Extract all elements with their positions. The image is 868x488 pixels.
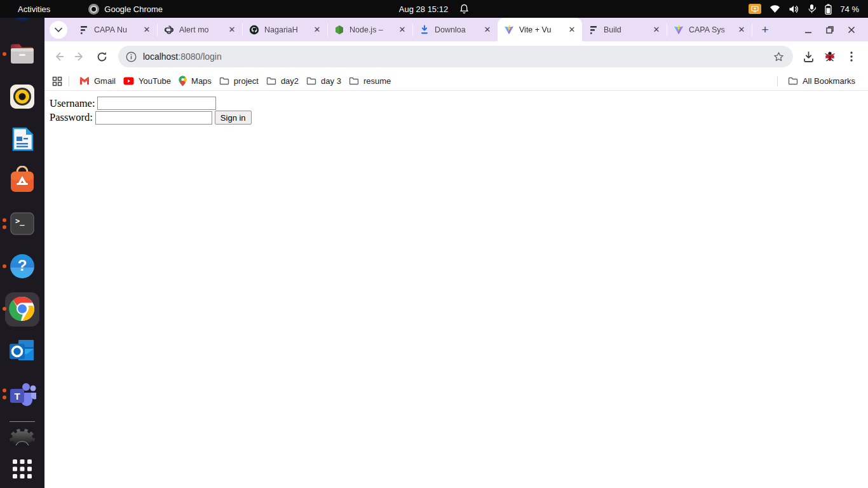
running-dot [3, 219, 6, 222]
focused-app-indicator[interactable]: Google Chrome [88, 4, 163, 15]
bookmark-label: day2 [281, 76, 299, 86]
tab-nagariah[interactable]: NagariaH ✕ [243, 18, 327, 41]
running-dot [3, 388, 6, 392]
screen-share-indicator-icon[interactable] [749, 4, 761, 14]
tab-close-icon[interactable]: ✕ [482, 25, 492, 35]
bookmark-label: YouTube [139, 76, 171, 86]
window-close-button[interactable] [845, 24, 858, 36]
url-rest: :8080/login [178, 51, 222, 62]
battery-percent[interactable]: 74 % [840, 4, 859, 14]
tab-capa-sys[interactable]: CAPA Sys ✕ [667, 18, 752, 41]
dock-item-outlook[interactable] [0, 334, 44, 369]
bookmark-folder-day3[interactable]: day 3 [302, 74, 345, 88]
dock-item-files[interactable] [0, 37, 44, 72]
username-row: Username: [50, 97, 863, 110]
dock-item-help[interactable]: ? [0, 249, 44, 284]
outlook-icon [7, 336, 37, 367]
dock-item-rhythmbox[interactable] [0, 79, 44, 114]
running-dot [3, 395, 6, 399]
bookmark-label: day 3 [321, 76, 341, 86]
sign-in-button[interactable]: Sign in [215, 111, 252, 125]
chrome-icon [7, 294, 37, 324]
rhythmbox-icon [7, 81, 37, 112]
window-restore-button[interactable] [824, 24, 836, 36]
new-tab-button[interactable]: + [756, 21, 774, 39]
notification-bell-icon[interactable] [459, 4, 469, 14]
reload-button[interactable] [92, 46, 112, 67]
tab-close-icon[interactable]: ✕ [142, 25, 152, 35]
tab-separator [752, 24, 752, 36]
bookmark-label: resume [363, 76, 391, 86]
window-minimize-button[interactable] [802, 24, 815, 36]
dock-item-app-center[interactable] [0, 164, 44, 199]
bookmark-label: Gmail [94, 76, 116, 86]
tab-title: Node.js – [349, 25, 397, 34]
username-label: Username: [50, 97, 95, 110]
apps-grid-button[interactable] [52, 76, 62, 86]
bookmark-youtube[interactable]: YouTube [119, 74, 175, 88]
tab-vite-vue-active[interactable]: Vite + Vu ✕ [498, 18, 582, 41]
back-button[interactable] [48, 46, 69, 67]
tab-build[interactable]: Build ✕ [582, 18, 667, 41]
all-bookmarks-button[interactable]: All Bookmarks [784, 74, 859, 88]
volume-icon[interactable] [789, 4, 799, 14]
username-input[interactable] [97, 97, 216, 110]
forward-button[interactable] [70, 46, 90, 67]
maps-icon [179, 76, 187, 86]
password-label: Password: [50, 111, 93, 124]
browser-toolbar: localhost:8080/login [44, 41, 868, 72]
youtube-icon [123, 77, 134, 85]
bookmark-star-icon[interactable] [770, 48, 787, 65]
page-info-icon[interactable] [126, 51, 137, 62]
running-dot [3, 52, 6, 56]
bookmark-folder-day2[interactable]: day2 [262, 74, 302, 88]
clock[interactable]: Aug 28 15:12 [399, 4, 448, 14]
tab-close-icon[interactable]: ✕ [567, 25, 577, 35]
dock-divider [10, 421, 35, 422]
all-bookmarks-label: All Bookmarks [803, 76, 855, 86]
libreoffice-writer-icon [7, 124, 37, 154]
gear-icon [8, 428, 36, 449]
chrome-menu-button[interactable] [841, 46, 862, 67]
folder-icon [266, 77, 276, 85]
tab-title: NagariaH [264, 25, 312, 34]
bookmark-folder-resume[interactable]: resume [345, 74, 395, 88]
tab-close-icon[interactable]: ✕ [651, 25, 661, 35]
tab-alert-mo[interactable]: Alert mo ✕ [158, 18, 242, 41]
password-input[interactable] [95, 111, 212, 125]
nodejs-icon [334, 25, 344, 35]
tab-nodejs[interactable]: Node.js – ✕ [328, 18, 412, 41]
battery-icon[interactable] [825, 4, 832, 15]
microphone-icon[interactable] [808, 4, 817, 14]
dock-item-settings[interactable] [0, 424, 44, 452]
address-bar[interactable]: localhost:8080/login [118, 46, 793, 67]
vite-icon [674, 25, 684, 35]
password-row: Password: Sign in [50, 111, 863, 125]
url-text[interactable]: localhost:8080/login [143, 51, 770, 62]
dock-item-terminal[interactable]: >_ [0, 207, 44, 241]
bug-extension-icon[interactable] [820, 46, 840, 67]
svg-text:?: ? [18, 257, 27, 274]
bookmark-folder-project[interactable]: project [215, 74, 262, 88]
dock-item-teams[interactable]: T [0, 376, 44, 411]
show-applications-button[interactable] [0, 454, 44, 484]
tab-close-icon[interactable]: ✕ [312, 25, 322, 35]
activities-button[interactable]: Activities [15, 3, 53, 15]
bookmark-gmail[interactable]: Gmail [76, 74, 119, 88]
dock-item-chrome[interactable] [0, 292, 44, 327]
vite-icon [504, 25, 514, 35]
bookmark-label: Maps [191, 76, 212, 86]
downloads-button[interactable] [798, 46, 818, 67]
bookmark-maps[interactable]: Maps [175, 74, 215, 88]
wifi-icon[interactable] [770, 4, 780, 13]
tab-close-icon[interactable]: ✕ [397, 25, 407, 35]
dock-item-firefox[interactable] [0, 18, 44, 29]
app-center-icon [7, 166, 37, 196]
dock-item-libreoffice-writer[interactable] [0, 121, 44, 156]
tab-close-icon[interactable]: ✕ [736, 25, 747, 35]
tab-close-icon[interactable]: ✕ [227, 25, 237, 35]
tab-downloads[interactable]: Downloa ✕ [413, 18, 498, 41]
gmail-icon [79, 77, 90, 85]
tab-capa-nu[interactable]: CAPA Nu ✕ [72, 18, 157, 41]
tab-search-button[interactable] [50, 21, 67, 39]
